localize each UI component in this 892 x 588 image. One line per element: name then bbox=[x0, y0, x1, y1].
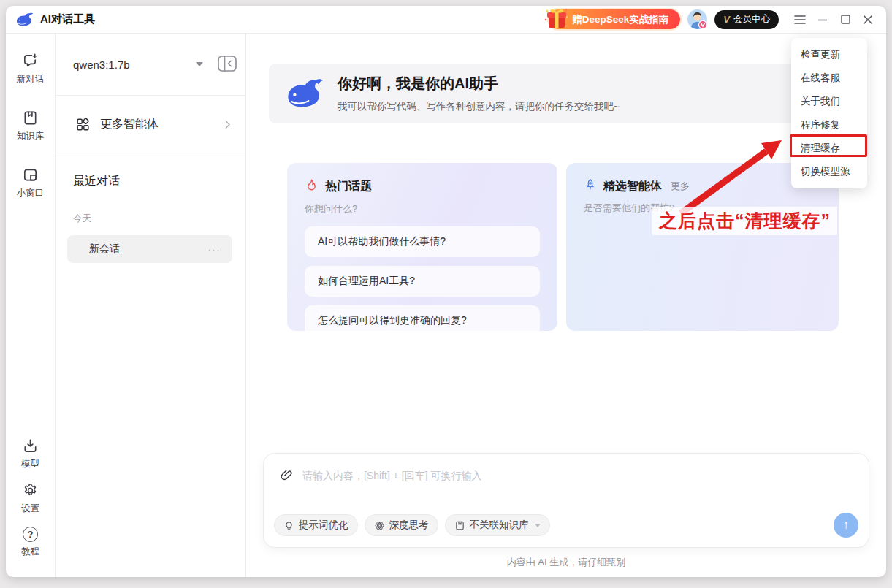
topic-question[interactable]: AI可以帮助我们做什么事情? bbox=[305, 226, 540, 257]
menu-item-check-update[interactable]: 检查更新 bbox=[791, 43, 867, 66]
desktop-background: AI对话工具 赠DeepSeek实战指南 bbox=[0, 0, 892, 588]
model-selector[interactable]: qwen3:1.7b bbox=[73, 58, 203, 71]
knowledge-link-select[interactable]: 不关联知识库 bbox=[445, 514, 550, 536]
flame-icon bbox=[305, 178, 319, 195]
icon-rail: 新对话 知识库 小窗口 bbox=[6, 34, 56, 577]
greeting-text: 你好啊，我是你的AI助手 我可以帮你写代码、写作各种创意内容，请把你的任务交给我… bbox=[338, 74, 620, 113]
tool-label: 提示词优化 bbox=[299, 519, 348, 532]
lightbulb-icon bbox=[283, 520, 294, 531]
rocket-icon bbox=[584, 178, 597, 194]
membership-center-button[interactable]: V 会员中心 bbox=[714, 10, 779, 29]
rail-item-knowledge-base[interactable]: 知识库 bbox=[17, 110, 45, 142]
featured-agents-more[interactable]: 更多 bbox=[671, 180, 690, 193]
send-button[interactable]: ↑ bbox=[834, 513, 858, 538]
more-agents-label: 更多智能体 bbox=[100, 117, 159, 132]
knowledge-pill-icon bbox=[454, 520, 465, 531]
menu-item-switch-model-source[interactable]: 切换模型源 bbox=[791, 160, 867, 183]
hot-topics-title: 热门话题 bbox=[325, 179, 372, 194]
maximize-button[interactable] bbox=[837, 12, 853, 28]
membership-label: 会员中心 bbox=[733, 13, 770, 26]
hot-topics-header: 热门话题 bbox=[305, 178, 540, 195]
rail-item-mini-window[interactable]: 小窗口 bbox=[17, 167, 45, 199]
maximize-icon bbox=[841, 15, 850, 24]
greeting-title: 你好啊，我是你的AI助手 bbox=[338, 74, 620, 93]
titlebar: AI对话工具 赠DeepSeek实战指南 bbox=[6, 6, 886, 34]
main-content: 你好啊，我是你的AI助手 我可以帮你写代码、写作各种创意内容，请把你的任务交给我… bbox=[246, 34, 886, 577]
greeting-subtitle: 我可以帮你写代码、写作各种创意内容，请把你的任务交给我吧~ bbox=[338, 100, 620, 113]
conversation-item[interactable]: 新会话 ··· bbox=[67, 235, 232, 263]
send-arrow-icon: ↑ bbox=[843, 518, 850, 532]
whale-logo-icon bbox=[283, 77, 326, 110]
model-selector-row: qwen3:1.7b bbox=[56, 34, 245, 95]
conversation-panel: qwen3:1.7b bbox=[56, 34, 246, 577]
collapse-panel-icon bbox=[217, 55, 237, 72]
close-icon bbox=[863, 15, 873, 25]
tool-label: 不关联知识库 bbox=[470, 519, 529, 532]
gift-icon bbox=[544, 7, 569, 31]
minimize-icon bbox=[817, 15, 828, 25]
rail-label: 知识库 bbox=[17, 130, 45, 142]
rail-label: 新对话 bbox=[17, 73, 45, 85]
attachment-icon[interactable] bbox=[280, 468, 294, 482]
new-chat-icon bbox=[22, 53, 39, 69]
minimize-button[interactable] bbox=[815, 12, 831, 28]
more-agents-button[interactable]: 更多智能体 bbox=[56, 96, 245, 153]
featured-agents-header: 精选智能体 更多 bbox=[584, 178, 821, 194]
message-composer: 提示词优化 深度思考 bbox=[263, 453, 869, 548]
hot-topics-subtitle: 你想问什么? bbox=[305, 202, 540, 215]
rail-label: 小窗口 bbox=[17, 187, 45, 199]
tutorial-help-icon: ? bbox=[23, 527, 38, 542]
collapse-panel-button[interactable] bbox=[216, 55, 238, 74]
recent-title: 最近对话 bbox=[73, 174, 234, 189]
hamburger-menu-icon bbox=[794, 15, 806, 25]
prompt-optimize-button[interactable]: 提示词优化 bbox=[274, 514, 358, 536]
menu-item-program-repair[interactable]: 程序修复 bbox=[791, 113, 867, 137]
deep-think-button[interactable]: 深度思考 bbox=[365, 514, 438, 536]
rail-label: 设置 bbox=[21, 503, 39, 515]
message-input[interactable] bbox=[302, 470, 854, 481]
recent-group-today: 今天 bbox=[73, 213, 234, 225]
rail-item-settings[interactable]: 设置 bbox=[21, 482, 39, 515]
menu-item-about-us[interactable]: 关于我们 bbox=[791, 90, 867, 113]
titlebar-right-cluster: 赠DeepSeek实战指南 V 会员中心 bbox=[549, 9, 876, 29]
user-avatar[interactable] bbox=[687, 9, 707, 29]
conversation-title: 新会话 bbox=[89, 243, 120, 256]
menu-item-clear-cache[interactable]: 清理缓存 bbox=[791, 137, 867, 160]
chevron-right-icon bbox=[223, 120, 232, 129]
deep-think-icon bbox=[374, 520, 385, 531]
whale-logo-icon bbox=[15, 12, 34, 28]
close-button[interactable] bbox=[860, 12, 876, 28]
rail-bottom-group: 模型 设置 ? 教程 bbox=[21, 438, 39, 558]
window-controls bbox=[792, 12, 876, 28]
recent-conversations: 最近对话 今天 新会话 ··· bbox=[56, 153, 245, 263]
knowledge-base-icon bbox=[22, 110, 39, 126]
conversation-more-icon[interactable]: ··· bbox=[207, 243, 221, 256]
rail-item-models[interactable]: 模型 bbox=[21, 438, 39, 470]
featured-agents-title: 精选智能体 bbox=[603, 179, 662, 194]
topic-question[interactable]: 怎么提问可以得到更准确的回复? bbox=[305, 305, 540, 336]
topic-question[interactable]: 如何合理运用AI工具? bbox=[305, 266, 540, 297]
rail-label: 模型 bbox=[21, 458, 39, 470]
agents-grid-icon bbox=[76, 118, 90, 131]
app-window: AI对话工具 赠DeepSeek实战指南 bbox=[6, 6, 886, 577]
model-download-icon bbox=[22, 438, 39, 454]
ai-disclaimer: 内容由 AI 生成，请仔细甄别 bbox=[246, 556, 886, 569]
menu-button[interactable] bbox=[792, 12, 808, 28]
chevron-down-icon bbox=[196, 62, 203, 66]
hot-topics-list: AI可以帮助我们做什么事情? 如何合理运用AI工具? 怎么提问可以得到更准确的回… bbox=[305, 226, 540, 336]
annotation-text: 之后点击“清理缓存” bbox=[652, 207, 837, 235]
app-body: 新对话 知识库 小窗口 bbox=[6, 34, 886, 577]
rail-top-group: 新对话 知识库 小窗口 bbox=[17, 53, 45, 199]
chevron-down-icon bbox=[535, 524, 541, 527]
rail-item-tutorial[interactable]: ? 教程 bbox=[21, 527, 39, 558]
hot-topics-card: 热门话题 你想问什么? AI可以帮助我们做什么事情? 如何合理运用AI工具? 怎… bbox=[287, 163, 557, 331]
composer-toolbar: 提示词优化 深度思考 bbox=[264, 513, 869, 547]
promo-banner-button[interactable]: 赠DeepSeek实战指南 bbox=[549, 9, 680, 29]
rail-item-new-chat[interactable]: 新对话 bbox=[17, 53, 45, 85]
app-dropdown-menu: 检查更新 在线客服 关于我们 程序修复 清理缓存 切换模型源 bbox=[791, 38, 867, 188]
model-name: qwen3:1.7b bbox=[73, 58, 130, 71]
app-title: AI对话工具 bbox=[40, 12, 95, 26]
v-badge-icon: V bbox=[723, 14, 730, 25]
menu-item-online-support[interactable]: 在线客服 bbox=[791, 66, 867, 90]
composer-input-row bbox=[264, 454, 869, 482]
